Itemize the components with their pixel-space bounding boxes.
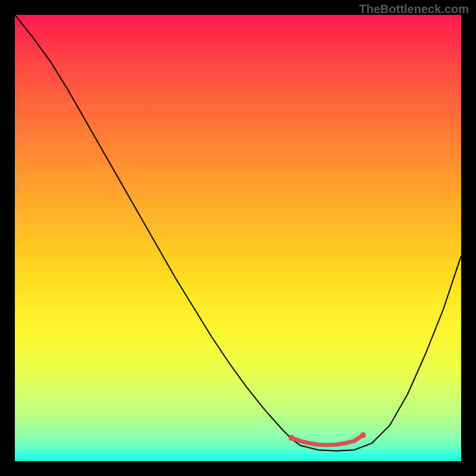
optimal-range-marker: [292, 436, 363, 446]
marker-left-dot: [289, 435, 295, 441]
watermark-text: TheBottleneck.com: [359, 2, 469, 16]
chart-svg: [15, 15, 461, 461]
bottleneck-curve: [15, 15, 461, 451]
chart-plot-area: [15, 15, 461, 461]
marker-right-dot: [360, 433, 366, 439]
